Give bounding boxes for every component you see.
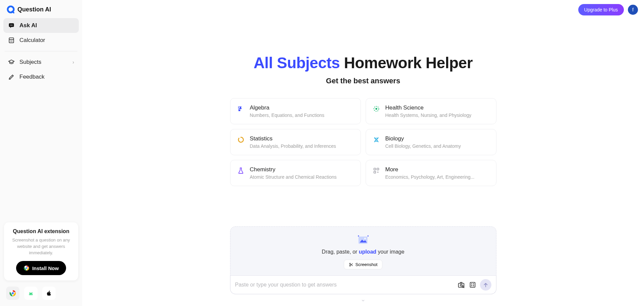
subject-card-more[interactable]: MoreEconomics, Psychology, Art, Engineer… (366, 160, 496, 186)
extension-promo-card: Question AI extension Screenshot a quest… (4, 222, 78, 280)
subject-name: Chemistry (250, 166, 337, 173)
svg-point-43 (460, 284, 462, 286)
dropzone-text: Drag, paste, or upload your image (237, 249, 489, 255)
subject-name: Algebra (250, 104, 325, 111)
sidebar-item-label: Subjects (19, 59, 41, 65)
image-dropzone[interactable]: Drag, paste, or upload your image Screen… (230, 226, 496, 276)
subject-name: Statistics (250, 135, 336, 142)
subject-name: Biology (385, 135, 461, 142)
sidebar-item-subjects[interactable]: Subjects › (3, 55, 79, 70)
subject-card-biology[interactable]: BiologyCell Biology, Genetics, and Anato… (366, 129, 496, 155)
svg-point-2 (10, 25, 11, 26)
svg-rect-46 (470, 282, 475, 288)
upload-link[interactable]: upload (359, 249, 376, 255)
chemistry-icon (237, 167, 245, 174)
subject-card-health-science[interactable]: Health ScienceHealth Systems, Nursing, a… (366, 98, 496, 124)
more-icon (373, 167, 380, 174)
svg-point-27 (375, 108, 377, 110)
keypad-icon[interactable] (469, 281, 477, 289)
install-label: Install Now (32, 265, 59, 271)
chevron-right-icon: › (72, 59, 74, 65)
chrome-icon (23, 265, 30, 271)
svg-text:x: x (240, 106, 241, 109)
svg-point-50 (473, 286, 474, 286)
subject-name: More (385, 166, 475, 173)
svg-point-20 (32, 294, 32, 295)
sidebar-item-label: Ask AI (19, 22, 37, 29)
svg-rect-33 (374, 171, 376, 173)
screenshot-button[interactable]: Screenshot (344, 260, 383, 269)
drop-prefix: Drag, paste, or (322, 249, 359, 255)
drop-suffix: your image (376, 249, 405, 255)
svg-point-37 (364, 237, 366, 239)
svg-point-19 (30, 294, 30, 295)
logo-icon (7, 5, 15, 13)
subject-card-chemistry[interactable]: ChemistryAtomic Structure and Chemical R… (230, 160, 361, 186)
svg-text:=: = (238, 109, 240, 112)
expand-down-icon[interactable]: ⌄ (230, 296, 496, 303)
svg-rect-42 (458, 283, 464, 287)
topbar: Upgrade to Plus f (578, 4, 638, 15)
title-rest: Homework Helper (340, 54, 473, 72)
chat-icon (8, 22, 15, 29)
statistics-icon (237, 136, 245, 143)
sidebar: Question AI Ask AI Calculator Subjects › (0, 0, 82, 306)
image-upload-icon (357, 235, 369, 246)
subject-card-statistics[interactable]: StatisticsData Analysis, Probability, an… (230, 129, 361, 155)
svg-line-21 (29, 292, 30, 293)
svg-point-44 (462, 286, 464, 288)
store-links (3, 285, 79, 303)
promo-description: Screenshot a question on any website and… (9, 237, 73, 256)
user-avatar[interactable]: f (628, 5, 638, 15)
apple-icon (45, 290, 53, 297)
algebra-icon: x= (237, 105, 245, 113)
subject-description: Numbers, Equations, and Functions (250, 113, 325, 118)
subject-grid: x=AlgebraNumbers, Equations, and Functio… (230, 98, 496, 186)
subject-description: Cell Biology, Genetics, and Anatomy (385, 143, 461, 149)
svg-line-45 (464, 287, 464, 288)
svg-point-48 (473, 284, 474, 284)
subject-description: Data Analysis, Probability, and Inferenc… (250, 143, 336, 149)
main-content: Upgrade to Plus f All Subjects Homework … (82, 0, 644, 306)
svg-point-4 (12, 25, 13, 26)
sidebar-item-label: Calculator (19, 37, 45, 44)
question-input[interactable] (235, 282, 454, 288)
chrome-store-button[interactable] (6, 287, 19, 300)
brand-name: Question AI (17, 6, 51, 13)
sidebar-item-calculator[interactable]: Calculator (3, 33, 79, 48)
svg-point-3 (11, 25, 12, 26)
sidebar-item-feedback[interactable]: Feedback (3, 70, 79, 84)
camera-search-icon[interactable] (457, 281, 465, 289)
hero: All Subjects Homework Helper Get the bes… (254, 54, 473, 85)
promo-title: Question AI extension (9, 228, 73, 234)
brand-logo[interactable]: Question AI (3, 3, 79, 18)
upgrade-to-plus-button[interactable]: Upgrade to Plus (578, 4, 624, 15)
input-zone: Drag, paste, or upload your image Screen… (230, 226, 496, 303)
svg-point-47 (471, 284, 472, 284)
subject-card-algebra[interactable]: x=AlgebraNumbers, Equations, and Functio… (230, 98, 361, 124)
subject-name: Health Science (385, 104, 472, 111)
calculator-icon (8, 37, 15, 44)
subject-description: Atomic Structure and Chemical Reactions (250, 174, 337, 180)
svg-point-18 (11, 292, 14, 295)
send-button[interactable] (480, 279, 491, 291)
arrow-up-icon (483, 282, 489, 288)
sidebar-item-ask-ai[interactable]: Ask AI (3, 18, 79, 33)
svg-point-39 (349, 265, 351, 266)
health-science-icon (373, 105, 380, 113)
sidebar-divider (5, 51, 77, 51)
pencil-icon (8, 74, 15, 80)
android-icon (27, 290, 35, 297)
apple-store-button[interactable] (42, 287, 56, 300)
question-bar (230, 275, 496, 294)
svg-rect-31 (374, 168, 376, 170)
subject-description: Health Systems, Nursing, and Physiology (385, 113, 472, 118)
install-now-button[interactable]: Install Now (16, 261, 66, 275)
svg-point-49 (471, 286, 472, 286)
svg-rect-32 (377, 168, 379, 170)
biology-icon (373, 136, 380, 143)
android-store-button[interactable] (24, 287, 38, 300)
page-subtitle: Get the best answers (254, 77, 473, 85)
subject-description: Economics, Psychology, Art, Engineering.… (385, 174, 475, 180)
svg-point-38 (349, 263, 351, 264)
